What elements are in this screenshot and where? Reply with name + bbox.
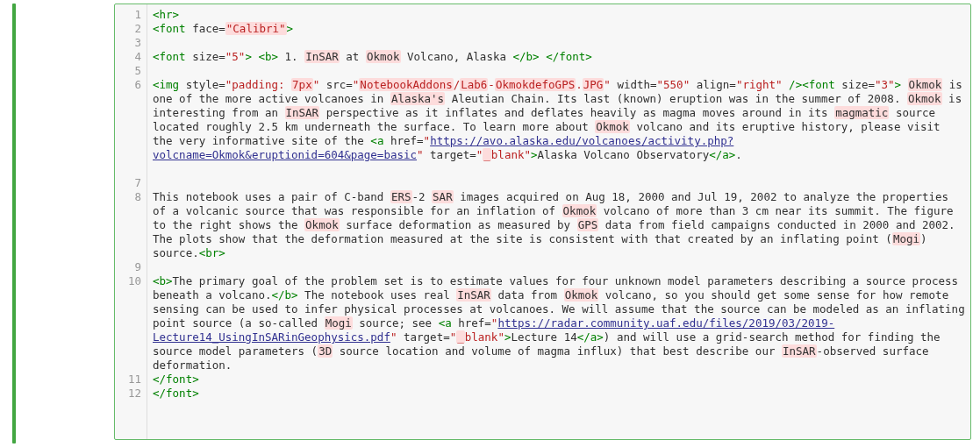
code-line[interactable]: </font> — [153, 372, 965, 387]
line-number: 5 — [115, 64, 141, 78]
line-number: 11 — [115, 372, 141, 387]
line-number: 10 — [115, 274, 141, 372]
code-line[interactable] — [153, 64, 965, 78]
code-cell: 1 2 3 4 5 6 7 8 9 10 11 12 <hr> <font fa… — [0, 0, 980, 447]
code-editor[interactable]: 1 2 3 4 5 6 7 8 9 10 11 12 <hr> <font fa… — [114, 4, 971, 440]
line-number: 3 — [115, 36, 141, 50]
code-line[interactable] — [153, 260, 965, 274]
line-number: 6 — [115, 78, 141, 176]
code-line[interactable]: <font size="5"> <b> 1. InSAR at Okmok Vo… — [153, 50, 965, 64]
code-line[interactable]: This notebook uses a pair of C-band ERS-… — [153, 190, 965, 260]
line-number: 12 — [115, 387, 141, 401]
line-number: 9 — [115, 260, 141, 274]
line-number: 2 — [115, 22, 141, 36]
line-number: 8 — [115, 190, 141, 260]
line-gutter: 1 2 3 4 5 6 7 8 9 10 11 12 — [115, 4, 147, 439]
code-line[interactable]: <img style="padding: 7px" src="NotebookA… — [153, 78, 965, 176]
cell-selection-indicator — [12, 4, 16, 443]
line-number: 7 — [115, 176, 141, 190]
code-line[interactable]: <b>The primary goal of the problem set i… — [153, 274, 965, 372]
code-line[interactable] — [153, 36, 965, 50]
code-line[interactable]: <font face="Calibri"> — [153, 22, 965, 36]
code-line[interactable]: <hr> — [153, 8, 965, 22]
line-number: 1 — [115, 8, 141, 22]
code-line[interactable] — [153, 176, 965, 190]
line-number: 4 — [115, 50, 141, 64]
code-line[interactable]: </font> — [153, 387, 965, 401]
code-lines[interactable]: <hr> <font face="Calibri"> <font size="5… — [147, 4, 970, 439]
